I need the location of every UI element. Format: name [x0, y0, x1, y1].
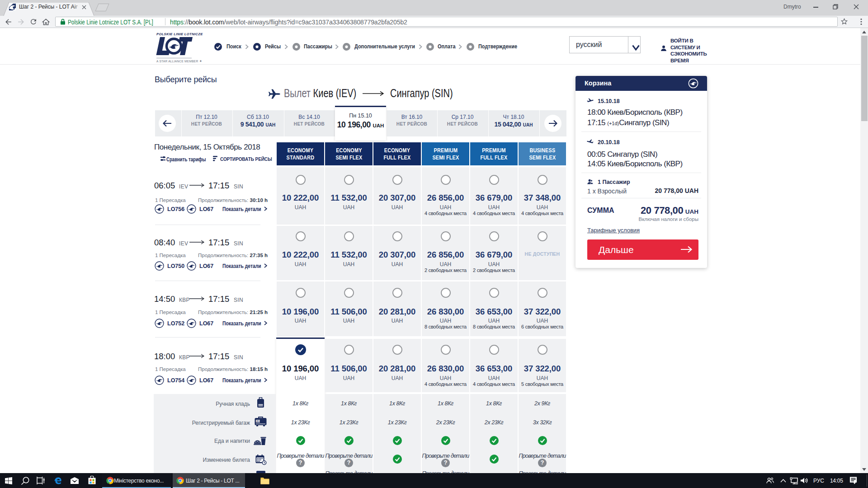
svg-text:23 kg: 23 kg: [256, 420, 262, 422]
